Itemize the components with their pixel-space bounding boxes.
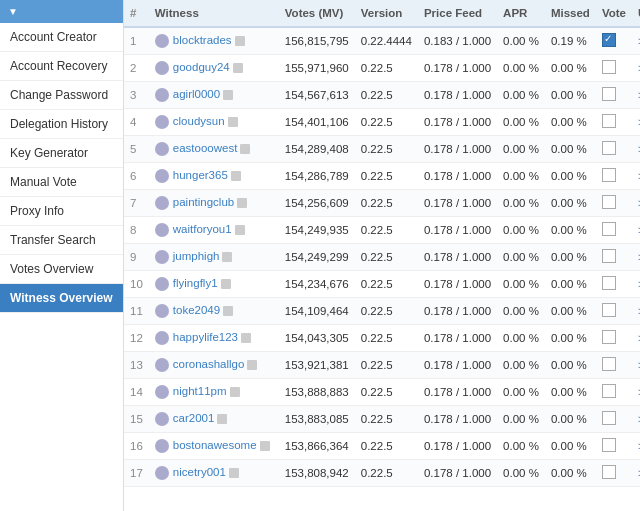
sidebar-item-account-creator[interactable]: Account Creator bbox=[0, 23, 123, 52]
vote-checkbox-unchecked[interactable] bbox=[602, 222, 616, 236]
cell-url[interactable]: >> bbox=[632, 460, 640, 487]
witness-name[interactable]: waitforyou1 bbox=[173, 223, 232, 235]
cell-vote[interactable] bbox=[596, 217, 632, 244]
external-link-icon[interactable] bbox=[223, 306, 233, 316]
cell-vote[interactable] bbox=[596, 325, 632, 352]
witness-name[interactable]: jumphigh bbox=[173, 250, 220, 262]
vote-checkbox-unchecked[interactable] bbox=[602, 303, 616, 317]
cell-vote[interactable] bbox=[596, 244, 632, 271]
col-header-url: Url bbox=[632, 0, 640, 27]
witness-name[interactable]: bostonawesome bbox=[173, 439, 257, 451]
cell-vote[interactable] bbox=[596, 352, 632, 379]
vote-checkbox-unchecked[interactable] bbox=[602, 357, 616, 371]
witness-name[interactable]: happylife123 bbox=[173, 331, 238, 343]
witness-name[interactable]: car2001 bbox=[173, 412, 215, 424]
vote-checkbox-unchecked[interactable] bbox=[602, 438, 616, 452]
witness-name[interactable]: eastooowest bbox=[173, 142, 238, 154]
external-link-icon[interactable] bbox=[231, 171, 241, 181]
external-link-icon[interactable] bbox=[241, 333, 251, 343]
cell-url[interactable]: >> bbox=[632, 109, 640, 136]
sidebar-item-votes-overview[interactable]: Votes Overview bbox=[0, 255, 123, 284]
cell-url[interactable]: >> bbox=[632, 406, 640, 433]
witness-name[interactable]: goodguy24 bbox=[173, 61, 230, 73]
vote-checkbox-unchecked[interactable] bbox=[602, 276, 616, 290]
cell-vote[interactable] bbox=[596, 136, 632, 163]
sidebar-item-delegation-history[interactable]: Delegation History bbox=[0, 110, 123, 139]
cell-vote[interactable] bbox=[596, 406, 632, 433]
vote-checkbox-unchecked[interactable] bbox=[602, 141, 616, 155]
cell-url[interactable]: >> bbox=[632, 325, 640, 352]
vote-checkbox-unchecked[interactable] bbox=[602, 114, 616, 128]
cell-url[interactable]: >> bbox=[632, 190, 640, 217]
external-link-icon[interactable] bbox=[233, 63, 243, 73]
external-link-icon[interactable] bbox=[222, 252, 232, 262]
vote-checkbox-unchecked[interactable] bbox=[602, 465, 616, 479]
cell-vote[interactable] bbox=[596, 190, 632, 217]
external-link-icon[interactable] bbox=[235, 36, 245, 46]
external-link-icon[interactable] bbox=[235, 225, 245, 235]
cell-url[interactable]: >> bbox=[632, 271, 640, 298]
external-link-icon[interactable] bbox=[260, 441, 270, 451]
cell-url[interactable]: >> bbox=[632, 352, 640, 379]
vote-checkbox-unchecked[interactable] bbox=[602, 60, 616, 74]
cell-url[interactable]: >> bbox=[632, 27, 640, 55]
sidebar-item-account-recovery[interactable]: Account Recovery bbox=[0, 52, 123, 81]
sidebar-item-manual-vote[interactable]: Manual Vote bbox=[0, 168, 123, 197]
cell-num: 16 bbox=[124, 433, 149, 460]
vote-checkbox-unchecked[interactable] bbox=[602, 411, 616, 425]
cell-vote[interactable] bbox=[596, 55, 632, 82]
cell-url[interactable]: >> bbox=[632, 55, 640, 82]
sidebar-item-proxy-info[interactable]: Proxy Info bbox=[0, 197, 123, 226]
cell-vote[interactable] bbox=[596, 298, 632, 325]
external-link-icon[interactable] bbox=[240, 144, 250, 154]
cell-url[interactable]: >> bbox=[632, 244, 640, 271]
external-link-icon[interactable] bbox=[223, 90, 233, 100]
table-row: 10flyingfly1154,234,6760.22.50.178 / 1.0… bbox=[124, 271, 640, 298]
cell-url[interactable]: >> bbox=[632, 433, 640, 460]
external-link-icon[interactable] bbox=[247, 360, 257, 370]
witness-name[interactable]: blocktrades bbox=[173, 34, 232, 46]
vote-checkbox-unchecked[interactable] bbox=[602, 195, 616, 209]
witness-name[interactable]: coronashallgo bbox=[173, 358, 245, 370]
witness-name[interactable]: cloudysun bbox=[173, 115, 225, 127]
external-link-icon[interactable] bbox=[229, 468, 239, 478]
sidebar-item-witness-overview[interactable]: Witness Overview bbox=[0, 284, 123, 313]
external-link-icon[interactable] bbox=[217, 414, 227, 424]
sidebar-item-change-password[interactable]: Change Password bbox=[0, 81, 123, 110]
vote-checkbox-checked[interactable] bbox=[602, 33, 616, 47]
cell-vote[interactable] bbox=[596, 460, 632, 487]
vote-checkbox-unchecked[interactable] bbox=[602, 249, 616, 263]
external-link-icon[interactable] bbox=[221, 279, 231, 289]
cell-vote[interactable] bbox=[596, 163, 632, 190]
cell-vote[interactable] bbox=[596, 27, 632, 55]
cell-url[interactable]: >> bbox=[632, 217, 640, 244]
vote-checkbox-unchecked[interactable] bbox=[602, 330, 616, 344]
cell-url[interactable]: >> bbox=[632, 163, 640, 190]
external-link-icon[interactable] bbox=[230, 387, 240, 397]
witness-name[interactable]: agirl0000 bbox=[173, 88, 220, 100]
external-link-icon[interactable] bbox=[237, 198, 247, 208]
cell-vote[interactable] bbox=[596, 82, 632, 109]
cell-vote[interactable] bbox=[596, 271, 632, 298]
sidebar-item-key-generator[interactable]: Key Generator bbox=[0, 139, 123, 168]
witness-name[interactable]: nicetry001 bbox=[173, 466, 226, 478]
witness-name[interactable]: night11pm bbox=[173, 385, 227, 397]
cell-votes: 153,921,381 bbox=[279, 352, 355, 379]
cell-url[interactable]: >> bbox=[632, 298, 640, 325]
vote-checkbox-unchecked[interactable] bbox=[602, 168, 616, 182]
witness-avatar bbox=[155, 223, 169, 237]
cell-vote[interactable] bbox=[596, 433, 632, 460]
cell-url[interactable]: >> bbox=[632, 379, 640, 406]
sidebar-item-transfer-search[interactable]: Transfer Search bbox=[0, 226, 123, 255]
cell-vote[interactable] bbox=[596, 379, 632, 406]
witness-name[interactable]: paintingclub bbox=[173, 196, 234, 208]
witness-name[interactable]: hunger365 bbox=[173, 169, 228, 181]
cell-url[interactable]: >> bbox=[632, 136, 640, 163]
cell-url[interactable]: >> bbox=[632, 82, 640, 109]
external-link-icon[interactable] bbox=[228, 117, 238, 127]
witness-name[interactable]: flyingfly1 bbox=[173, 277, 218, 289]
vote-checkbox-unchecked[interactable] bbox=[602, 87, 616, 101]
witness-name[interactable]: toke2049 bbox=[173, 304, 220, 316]
cell-vote[interactable] bbox=[596, 109, 632, 136]
vote-checkbox-unchecked[interactable] bbox=[602, 384, 616, 398]
